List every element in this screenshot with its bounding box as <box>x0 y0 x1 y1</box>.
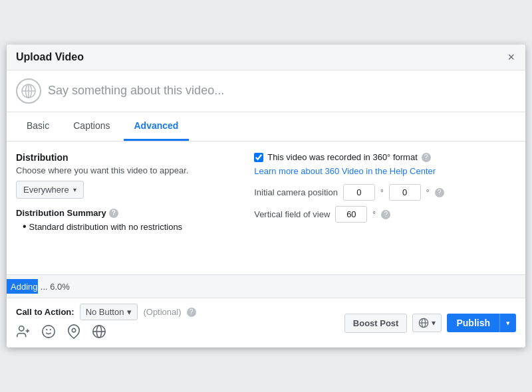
cta-help-icon[interactable]: ? <box>187 308 196 317</box>
svg-point-4 <box>19 326 24 331</box>
camera-y-input[interactable]: 0 <box>389 184 421 201</box>
svg-point-10 <box>72 328 76 332</box>
right-panel: This video was recorded in 360° format ?… <box>254 152 516 264</box>
tabs-bar: Basic Captions Advanced <box>7 112 525 142</box>
cta-dropdown[interactable]: No Button ▾ <box>80 304 138 320</box>
degree-symbol-fov: ° <box>372 210 376 219</box>
camera-position-label: Initial camera position <box>254 187 338 197</box>
distribution-value: Everywhere <box>23 185 69 195</box>
progress-fill: Adding <box>7 279 38 294</box>
left-panel: Distribution Choose where you want this … <box>16 152 234 264</box>
vertical-fov-label: Vertical field of view <box>254 209 330 219</box>
tab-advanced[interactable]: Advanced <box>124 112 190 141</box>
action-icons-row <box>16 324 196 342</box>
distribution-summary-help-icon[interactable]: ? <box>109 209 118 218</box>
degree-symbol-x: ° <box>380 188 384 197</box>
post-area: Say something about this video... <box>7 70 525 112</box>
dist-summary-title: Distribution Summary ? <box>16 208 234 218</box>
dropdown-arrow-icon: ▾ <box>73 186 76 193</box>
footer-bar: Call to Action: No Button ▾ (Optional) ? <box>7 298 525 347</box>
cta-value: No Button <box>86 307 124 317</box>
dialog-title: Upload Video <box>16 51 84 63</box>
progress-bar-area: Adding ... 6.0% <box>7 274 525 298</box>
progress-percentage: ... 6.0% <box>38 282 70 292</box>
tab-basic[interactable]: Basic <box>16 112 60 141</box>
publish-button[interactable]: Publish <box>447 314 499 332</box>
tab-captions[interactable]: Captions <box>63 112 120 141</box>
cta-row: Call to Action: No Button ▾ (Optional) ? <box>16 304 196 320</box>
emoji-icon[interactable] <box>41 324 56 342</box>
distribution-dropdown[interactable]: Everywhere ▾ <box>16 181 84 199</box>
language-dropdown[interactable]: ▾ <box>412 314 442 332</box>
video360-checkbox[interactable] <box>254 153 263 162</box>
distribution-title: Distribution <box>16 152 234 163</box>
vertical-fov-help-icon[interactable]: ? <box>381 210 390 219</box>
video360-label: This video was recorded in 360° format <box>267 152 418 162</box>
vertical-fov-input[interactable]: 60 <box>335 206 367 223</box>
upload-video-dialog: Upload Video × Say something about this … <box>7 45 525 347</box>
degree-symbol-y: ° <box>426 188 430 197</box>
cta-label: Call to Action: <box>16 307 74 317</box>
optional-label: (Optional) <box>143 307 181 317</box>
globe-icon[interactable] <box>92 324 106 342</box>
tag-person-icon[interactable] <box>16 324 31 342</box>
globe-avatar <box>16 78 41 104</box>
post-placeholder[interactable]: Say something about this video... <box>48 78 224 98</box>
svg-point-7 <box>43 326 55 338</box>
right-actions: Boost Post ▾ Publish ▾ <box>344 314 516 333</box>
dist-summary-item: Standard distribution with no restrictio… <box>16 221 234 233</box>
boost-post-button[interactable]: Boost Post <box>344 314 408 333</box>
location-icon[interactable] <box>66 324 81 342</box>
camera-position-row: Initial camera position 0 ° 0 ° ? <box>254 184 516 201</box>
cta-dropdown-arrow-icon: ▾ <box>127 307 132 317</box>
video360-checkbox-row: This video was recorded in 360° format ? <box>254 152 516 162</box>
tab-content-advanced: Distribution Choose where you want this … <box>7 142 525 274</box>
camera-position-help-icon[interactable]: ? <box>435 188 444 197</box>
video360-help-icon[interactable]: ? <box>422 153 431 162</box>
help-center-link[interactable]: Learn more about 360 Video in the Help C… <box>254 166 516 176</box>
publish-dropdown-button[interactable]: ▾ <box>499 314 516 332</box>
camera-x-input[interactable]: 0 <box>343 184 375 201</box>
close-button[interactable]: × <box>506 51 516 63</box>
progress-adding-label: Adding <box>11 282 37 292</box>
distribution-desc: Choose where you want this video to appe… <box>16 165 234 175</box>
publish-group: Publish ▾ <box>447 314 516 332</box>
language-dropdown-arrow: ▾ <box>432 318 436 328</box>
dialog-header: Upload Video × <box>7 45 525 70</box>
vertical-fov-row: Vertical field of view 60 ° ? <box>254 206 516 223</box>
